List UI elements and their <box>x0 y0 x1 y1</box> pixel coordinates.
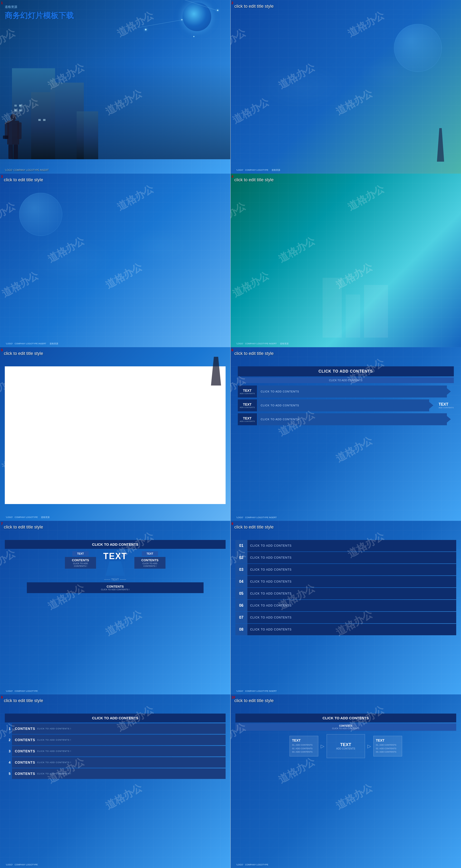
slide-number: 10 <box>232 695 236 699</box>
slide-7: 7 click to edit title style CLICK TO ADD… <box>0 521 230 694</box>
col2-box[interactable]: CONTENTS CLICK TO ADD CONTENTS ! <box>134 557 165 569</box>
slide-2: 2 click to edit title style 'LOGO' COMPA… <box>230 0 461 174</box>
right-title: TEXT <box>438 402 448 406</box>
slide-subtitle: 道格资源 <box>5 5 74 9</box>
s8-item-1[interactable]: 01 CLICK TO ADD CONTENTS <box>236 540 456 552</box>
label-sub: ADD CONTENTS <box>240 393 255 395</box>
slide-title[interactable]: click to edit title style <box>4 525 43 530</box>
s9-item-3[interactable]: 3 CONTENTS CLICK TO ADD CONTENTS ! <box>5 746 225 756</box>
item-title: CONTENTS <box>15 738 35 742</box>
s6-bar-2[interactable]: CLICK TO ADD CONTENTS <box>258 399 429 411</box>
s7-header[interactable]: CLICK TO ADD CONTENTS <box>5 540 225 549</box>
s6-label-3[interactable]: TEXT ADD CONTENTS <box>238 413 257 425</box>
slide-main-title[interactable]: 商务幻灯片模板下载 <box>5 10 74 21</box>
s9-item-1[interactable]: 1 CONTENTS CLICK TO ADD CONTENTS ! <box>5 723 225 734</box>
center-title: TEXT <box>340 742 351 747</box>
slide-9: 9 click to edit title style CLICK TO ADD… <box>0 694 230 868</box>
s9-header[interactable]: CLICK TO ADD CONTENTS <box>5 714 225 722</box>
slide-6-content: CLICK TO ADD CONTENTS CLICK TO ADD CONTE… <box>238 366 454 504</box>
item-num: 02 <box>236 552 247 563</box>
slide-title[interactable]: click to edit title style <box>235 178 274 182</box>
slide-number: 6 <box>232 348 234 352</box>
item-text: CLICK TO ADD CONTENTS <box>247 628 292 631</box>
s6-bar-3[interactable]: CLICK TO ADD CONTENTS <box>258 413 447 425</box>
col1-label[interactable]: TEXT <box>72 551 89 556</box>
s8-item-6[interactable]: 06 CLICK TO ADD CONTENTS <box>236 600 456 611</box>
window <box>14 105 17 106</box>
s9-item-5[interactable]: 5 CONTENTS CLICK TO ADD CONTENTS ! <box>5 768 225 779</box>
s6-right-text[interactable]: TEXT ADD CONTENTS <box>438 402 454 409</box>
slide-title[interactable]: click to edit title style <box>235 698 274 703</box>
logo-sub: COMPANY LOGOTYPE INSERT <box>245 342 277 345</box>
slide-number: 7 <box>1 522 3 526</box>
item-num: 3 <box>5 749 12 753</box>
item-box: CONTENTS CLICK TO ADD CONTENTS ! <box>12 723 225 734</box>
s6-arrow-2 <box>429 402 436 409</box>
slide-5-content-area[interactable] <box>5 366 225 504</box>
s8-item-7[interactable]: 07 CLICK TO ADD CONTENTS <box>236 612 456 623</box>
item-text: CLICK TO ADD CONTENTS <box>247 580 292 583</box>
slide-title[interactable]: click to edit title style <box>235 351 274 356</box>
s8-list: 01 CLICK TO ADD CONTENTS 02 CLICK TO ADD… <box>236 540 456 635</box>
slide-title[interactable]: click to edit title style <box>4 351 43 356</box>
s7-bottom-box[interactable]: CONTENTS CLICK TO ADD CONTENTS ! <box>27 582 204 593</box>
person-silhouette <box>2 112 24 160</box>
s7-col-2: TEXT CONTENTS CLICK TO ADD CONTENTS ! <box>134 551 165 576</box>
s10-header[interactable]: CLICK TO ADD CONTENTS <box>236 714 456 722</box>
slide-number: 1 <box>1 1 3 5</box>
item-num: 03 <box>236 564 247 576</box>
item-num: 05 <box>236 588 247 599</box>
s6-label-1[interactable]: TEXT ADD CONTENTS <box>238 385 257 398</box>
logo-text: 'LOGO' <box>236 169 243 171</box>
network-dot <box>193 36 194 37</box>
network-dot <box>181 19 183 20</box>
bottom-arrow-label: ─── TEXT ─── <box>104 578 126 581</box>
item-box: CONTENTS CLICK TO ADD CONTENTS ! <box>12 746 225 756</box>
s9-item-4[interactable]: 4 CONTENTS CLICK TO ADD CONTENTS ! <box>5 757 225 768</box>
right-items: 01. ADD CONTENTS 02. ADD CONTENTS 03. AD… <box>376 743 399 753</box>
s10-right-box[interactable]: TEXT 01. ADD CONTENTS 02. ADD CONTENTS 0… <box>373 736 402 756</box>
slide-5: 5 click to edit title style 'LOGO' COMPA… <box>0 347 230 521</box>
slide-title[interactable]: click to edit title style <box>4 698 43 703</box>
slide-logo: 'LOGO' COMPANY LOGOTYPE INSERT 道格资源 <box>236 341 289 345</box>
s6-label-2[interactable]: TEXT ADD CONTENTS <box>238 399 257 411</box>
item-sub: CLICK TO ADD CONTENTS ! <box>37 739 71 741</box>
slide-8: 8 click to edit title style 01 CLICK TO … <box>230 521 461 694</box>
s8-item-3[interactable]: 03 CLICK TO ADD CONTENTS <box>236 564 456 576</box>
col1-box[interactable]: CONTENTS CLICK TO ADD CONTENTS ! <box>65 557 96 569</box>
slide-title[interactable]: click to edit title style <box>4 178 43 182</box>
s9-item-2[interactable]: 2 CONTENTS CLICK TO ADD CONTENTS ! <box>5 735 225 745</box>
bottom-sub: CLICK TO ADD CONTENTS ! <box>32 588 199 591</box>
item-sub: CLICK TO ADD CONTENTS ! <box>37 772 71 775</box>
slide-number: 5 <box>1 348 3 352</box>
slide-title[interactable]: click to edit title style <box>235 4 274 9</box>
item-num: 1 <box>5 727 12 731</box>
slide-3: 3 click to edit title style 'LOGO' COMPA… <box>0 174 230 347</box>
item-text: CLICK TO ADD CONTENTS <box>247 568 292 571</box>
s7-diagram: TEXT CONTENTS CLICK TO ADD CONTENTS ! TE… <box>5 551 225 593</box>
s10-left-box[interactable]: TEXT 01. ADD CONTENTS 02. ADD CONTENTS 0… <box>289 736 318 756</box>
label-text: TEXT <box>243 389 252 393</box>
slide-title[interactable]: click to edit title style <box>235 525 274 530</box>
slide-logo: 'LOGO' COMPANY LOGOTYPE INSERT 道格资源 <box>5 341 58 345</box>
window <box>19 110 22 111</box>
slide-logo: 'LOGO' COMPANY LOGOTYPE 道格资源 <box>236 168 280 172</box>
building-rect <box>76 111 98 159</box>
s6-row-2: TEXT ADD CONTENTS CLICK TO ADD CONTENTS … <box>238 399 454 411</box>
s8-item-2[interactable]: 02 CLICK TO ADD CONTENTS <box>236 552 456 563</box>
slide-number: 4 <box>232 175 234 178</box>
s6-subheader[interactable]: CLICK TO ADD CONTENTS <box>238 377 454 383</box>
globe-deco <box>19 193 62 236</box>
s8-item-5[interactable]: 05 CLICK TO ADD CONTENTS <box>236 588 456 599</box>
label-text: TEXT <box>243 403 252 406</box>
logo-text: 'LOGO' <box>236 863 243 866</box>
s8-item-8[interactable]: 08 CLICK TO ADD CONTENTS <box>236 624 456 635</box>
s10-center-box[interactable]: TEXT ADD CONTENTS <box>327 734 365 758</box>
col2-label[interactable]: TEXT <box>142 551 158 556</box>
s6-main-header[interactable]: CLICK TO ADD CONTENTS <box>238 366 454 376</box>
s8-item-4[interactable]: 04 CLICK TO ADD CONTENTS <box>236 576 456 587</box>
logo-sub: COMPANY LOGOTYPE INSERT <box>245 690 277 692</box>
slide-8-content: 01 CLICK TO ADD CONTENTS 02 CLICK TO ADD… <box>236 540 456 678</box>
building-area <box>0 63 230 159</box>
s6-bar-1[interactable]: CLICK TO ADD CONTENTS <box>258 385 447 398</box>
